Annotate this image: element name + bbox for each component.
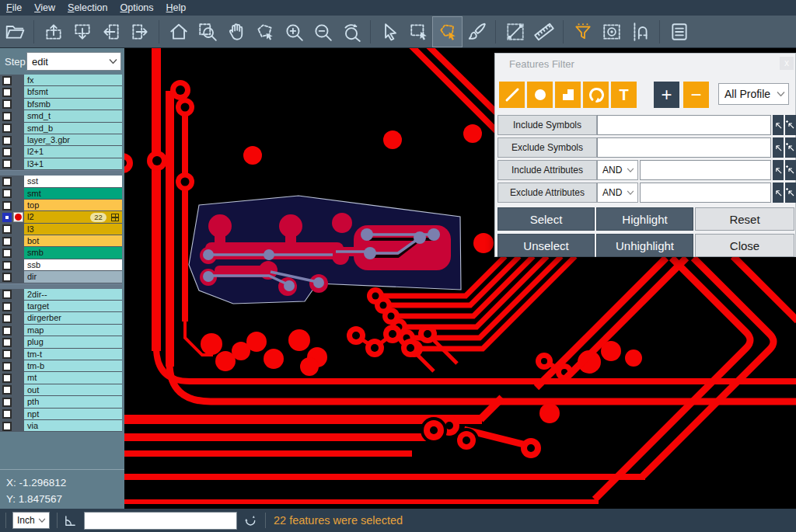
filter-pad-button[interactable] (527, 82, 553, 108)
unhighlight-button[interactable]: Unhighlight (596, 234, 693, 257)
layer-label[interactable]: l222 (24, 211, 122, 223)
layer-checkbox[interactable] (2, 249, 12, 258)
transform-polygon-icon[interactable] (250, 17, 279, 47)
filter-line-button[interactable] (499, 82, 525, 108)
zoom-in-icon[interactable] (279, 17, 308, 47)
layer-row-tm-b[interactable]: tm-b (0, 360, 122, 372)
layer-checkbox[interactable] (2, 349, 12, 359)
layer-row-ssb[interactable]: ssb (0, 259, 122, 271)
filter-text-button[interactable]: T (611, 82, 637, 108)
layer-row-npt[interactable]: npt (0, 409, 122, 420)
layer-row-l3+1[interactable]: l3+1 (0, 158, 122, 170)
layer-row-out[interactable]: out (0, 384, 122, 396)
filter-arc-button[interactable] (583, 82, 609, 108)
layer-checkbox[interactable] (2, 213, 12, 222)
layer-row-dir[interactable]: dir (0, 271, 122, 283)
exclude-attributes-button[interactable]: Exclude Attributes (498, 183, 597, 203)
layer-checkbox[interactable] (2, 362, 12, 371)
layer-label[interactable]: bfsmt (24, 86, 122, 98)
layer-checkbox[interactable] (2, 326, 12, 336)
layer-label[interactable]: l3+1 (24, 158, 122, 170)
include-attributes-op-select[interactable]: AND (597, 160, 638, 180)
include-symbols-input[interactable] (597, 115, 771, 135)
zoom-out-icon[interactable] (308, 17, 337, 47)
layer-checkbox[interactable] (2, 177, 12, 186)
open-folder-icon[interactable] (0, 17, 29, 47)
pick-add-icon[interactable] (785, 115, 796, 135)
pick-add-icon[interactable] (785, 183, 796, 203)
layer-row-layer_3.gbr[interactable]: layer_3.gbr (0, 134, 122, 146)
include-attributes-input[interactable] (640, 160, 771, 180)
include-symbols-button[interactable]: Include Symbols (498, 115, 597, 135)
layer-row-plug[interactable]: plug (0, 336, 122, 348)
layer-checkbox[interactable] (2, 159, 12, 169)
layer-checkbox[interactable] (2, 374, 12, 383)
exclude-symbols-button[interactable]: Exclude Symbols (498, 137, 597, 158)
filter-add-button[interactable]: + (654, 82, 679, 108)
angle-mode-icon[interactable] (64, 514, 77, 527)
layer-label[interactable]: 2dir-- (24, 289, 122, 301)
layer-checkbox[interactable] (2, 112, 12, 121)
layer-checkbox[interactable] (2, 201, 12, 210)
unselect-button[interactable]: Unselect (498, 234, 595, 257)
filter-remove-button[interactable]: − (683, 82, 709, 108)
layer-row-smb[interactable]: smb (0, 247, 122, 259)
layer-checkbox[interactable] (2, 261, 12, 270)
highlight-button[interactable]: Highlight (596, 207, 693, 231)
layer-checkbox[interactable] (2, 224, 12, 234)
menu-file[interactable]: File (0, 1, 28, 16)
layer-label[interactable]: out (24, 384, 122, 396)
layer-label[interactable]: dir (24, 271, 122, 283)
snap-mode-icon[interactable] (626, 17, 655, 47)
layers-table-icon[interactable] (665, 17, 693, 47)
select-polygon-icon[interactable] (433, 17, 462, 47)
layer-label[interactable]: sst (24, 176, 122, 187)
layer-label[interactable]: tm-t (24, 349, 122, 360)
layer-checkbox[interactable] (2, 88, 12, 97)
view-options-icon[interactable] (597, 17, 626, 47)
layer-checkbox[interactable] (2, 338, 12, 347)
layer-label[interactable]: bot (24, 235, 122, 247)
pan-hand-icon[interactable] (222, 17, 250, 47)
layer-checkbox[interactable] (2, 76, 12, 85)
layer-label[interactable]: smd_b (24, 123, 122, 134)
layer-label[interactable]: top (24, 200, 122, 211)
layer-label[interactable]: l2+1 (24, 146, 122, 158)
layer-label[interactable]: mt (24, 372, 122, 384)
layer-row-l2[interactable]: l222 (0, 211, 122, 223)
layer-label[interactable]: layer_3.gbr (24, 134, 122, 146)
layer-checkbox[interactable] (2, 237, 12, 246)
measure-line-icon[interactable] (501, 17, 529, 47)
layer-label[interactable]: bfsmb (24, 99, 122, 110)
layer-label[interactable]: via (24, 420, 122, 432)
layer-row-bfsmt[interactable]: bfsmt (0, 86, 122, 98)
layer-checkbox[interactable] (2, 273, 12, 282)
layer-label[interactable]: map (24, 325, 122, 336)
layer-label[interactable]: fx (24, 75, 122, 86)
layer-row-top[interactable]: top (0, 200, 122, 211)
import-down-icon[interactable] (68, 17, 96, 47)
menu-selection[interactable]: Selection (61, 1, 113, 16)
layer-checkbox[interactable] (2, 189, 12, 198)
pick-add-icon[interactable] (785, 137, 796, 158)
select-rectangle-icon[interactable] (404, 17, 433, 47)
exclude-attributes-input[interactable] (640, 183, 771, 203)
layer-label[interactable]: plug (24, 336, 122, 348)
layer-row-via[interactable]: via (0, 420, 122, 432)
layer-checkbox[interactable] (2, 302, 12, 311)
import-right-icon[interactable] (125, 17, 154, 47)
layer-row-smd_b[interactable]: smd_b (0, 123, 122, 134)
layer-checkbox[interactable] (2, 409, 12, 419)
sync-icon[interactable] (244, 514, 257, 527)
layer-row-fx[interactable]: fx (0, 75, 122, 86)
pick-add-icon[interactable] (785, 160, 796, 180)
layer-checkbox[interactable] (2, 314, 12, 323)
pick-icon[interactable] (773, 137, 784, 158)
step-select[interactable]: edit (26, 52, 121, 71)
layer-checkbox[interactable] (2, 148, 12, 157)
layer-row-mt[interactable]: mt (0, 372, 122, 384)
layer-label[interactable]: dirgerber (24, 312, 122, 324)
exclude-symbols-input[interactable] (597, 137, 771, 158)
zoom-previous-icon[interactable] (337, 17, 365, 47)
layer-checkbox[interactable] (2, 422, 12, 431)
